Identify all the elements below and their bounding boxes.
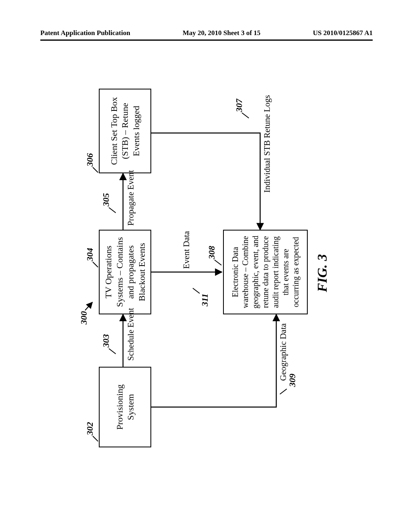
box-client-stb: Client Set Top Box (STB) – Retune Events…	[99, 89, 151, 173]
svg-line-5	[109, 349, 116, 354]
header-left: Patent Application Publication	[40, 29, 130, 37]
svg-line-4	[93, 436, 98, 441]
ref-307: 307	[234, 99, 244, 112]
figure-3: Provisioning System TV Operations System…	[10, 127, 405, 405]
svg-line-7	[109, 208, 116, 213]
edge-stb-logs: Individual STB Retune Logs	[262, 95, 272, 193]
svg-line-3	[85, 302, 92, 310]
svg-line-10	[215, 260, 221, 265]
ref-311: 311	[200, 293, 210, 306]
figure-caption: FIG. 3	[315, 254, 330, 292]
header-center: May 20, 2010 Sheet 3 of 15	[183, 29, 261, 37]
box-data-warehouse: Electronic Data warehouse – Combine geog…	[223, 230, 308, 314]
edge-geographic-data: Geographic Data	[278, 323, 288, 381]
ref-303: 303	[101, 334, 111, 347]
svg-line-8	[93, 167, 98, 172]
ref-304: 304	[85, 248, 95, 261]
svg-line-12	[193, 288, 200, 293]
ref-306: 306	[85, 153, 95, 166]
box-tv-operations: TV Operations Systems – Contains and pro…	[99, 230, 151, 314]
box-provisioning: Provisioning System	[99, 367, 151, 447]
header-right: US 2010/0125867 A1	[313, 29, 373, 37]
ref-308: 308	[206, 246, 217, 259]
edge-schedule-event: Schedule Event	[126, 308, 136, 361]
ref-300: 300	[79, 311, 89, 324]
svg-line-11	[280, 389, 287, 394]
ref-302: 302	[85, 422, 95, 435]
svg-line-9	[242, 113, 249, 118]
page-header: Patent Application Publication May 20, 2…	[0, 29, 413, 37]
ref-305: 305	[101, 193, 111, 206]
header-rule	[40, 39, 373, 41]
svg-line-6	[93, 262, 98, 267]
ref-309: 309	[287, 374, 298, 387]
edge-propagate-event: Propagate Event	[126, 170, 136, 226]
edge-event-data: Event Data	[181, 231, 192, 269]
